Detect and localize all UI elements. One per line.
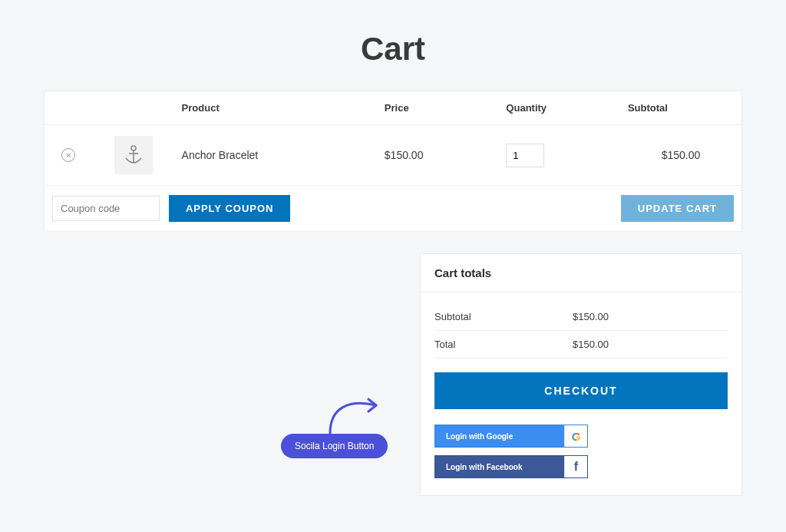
svg-point-0 bbox=[131, 146, 136, 150]
header-price: Price bbox=[377, 91, 499, 125]
update-cart-button[interactable]: UPDATE CART bbox=[621, 195, 734, 222]
checkout-button[interactable]: CHECKOUT bbox=[434, 372, 728, 409]
product-thumbnail[interactable] bbox=[114, 136, 153, 174]
cart-totals-card: Cart totals Subtotal $150.00 Total $150.… bbox=[420, 253, 742, 496]
cart-totals-heading: Cart totals bbox=[421, 254, 741, 292]
quantity-input[interactable] bbox=[506, 144, 544, 167]
total-label: Total bbox=[434, 339, 573, 350]
cart-table: Product Price Quantity Subtotal ✕ bbox=[44, 91, 742, 232]
total-row: Total $150.00 bbox=[434, 331, 728, 359]
product-price: $150.00 bbox=[377, 125, 499, 186]
google-login-label: Login with Google bbox=[435, 425, 564, 447]
subtotal-value: $150.00 bbox=[573, 311, 609, 322]
coupon-area: APPLY COUPON bbox=[52, 195, 290, 222]
anchor-icon bbox=[121, 143, 146, 167]
login-with-facebook-button[interactable]: Login with Facebook f bbox=[434, 455, 588, 478]
coupon-input[interactable] bbox=[52, 196, 160, 221]
subtotal-row: Subtotal $150.00 bbox=[434, 303, 728, 331]
login-with-google-button[interactable]: Login with Google G bbox=[434, 425, 588, 448]
google-icon: G bbox=[564, 425, 587, 447]
header-product: Product bbox=[174, 91, 377, 125]
product-name[interactable]: Anchor Bracelet bbox=[174, 125, 377, 186]
subtotal-label: Subtotal bbox=[434, 311, 573, 322]
header-quantity: Quantity bbox=[498, 91, 620, 125]
cart-container: Product Price Quantity Subtotal ✕ bbox=[44, 91, 742, 496]
annotation-callout: Socila Login Button bbox=[281, 434, 388, 458]
cart-row: ✕ Anchor Bracelet $150.00 bbox=[45, 125, 742, 186]
product-subtotal: $150.00 bbox=[620, 125, 742, 186]
close-icon: ✕ bbox=[65, 151, 71, 160]
header-subtotal: Subtotal bbox=[620, 91, 742, 125]
total-value: $150.00 bbox=[573, 339, 609, 350]
page-title: Cart bbox=[0, 0, 786, 91]
remove-item-button[interactable]: ✕ bbox=[61, 148, 75, 162]
facebook-login-label: Login with Facebook bbox=[435, 456, 564, 477]
apply-coupon-button[interactable]: APPLY COUPON bbox=[169, 195, 291, 222]
facebook-icon: f bbox=[564, 456, 587, 477]
